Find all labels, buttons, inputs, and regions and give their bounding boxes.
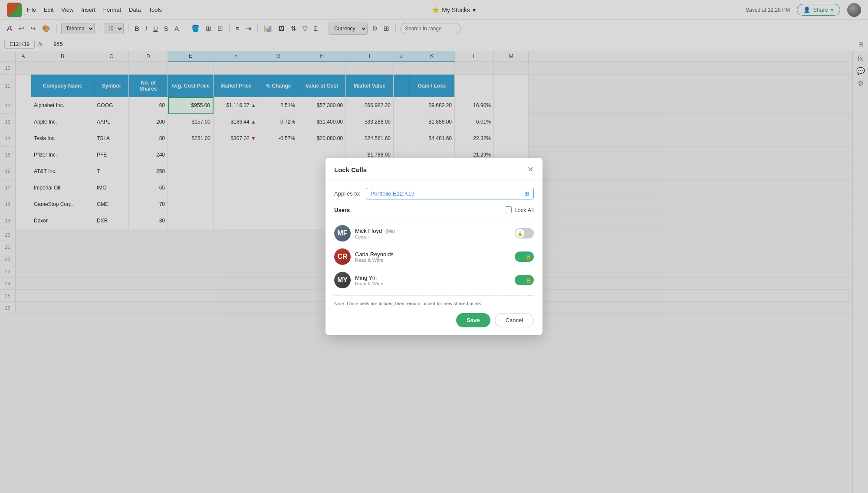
user-name-ming: Ming Yin <box>355 274 510 281</box>
user-avatar-mick: MF <box>334 225 351 242</box>
me-tag: (Me) <box>385 229 395 234</box>
lock-all-label: Lock All <box>514 207 534 213</box>
dialog-overlay: Lock Cells ✕ Applies to: Portfolio.E12:K… <box>0 0 868 493</box>
toggle-mick[interactable]: 🔒 <box>515 228 534 238</box>
user-row-mick: MF Mick Floyd (Me) Owner 🔒 <box>334 222 534 244</box>
toggle-knob-carla: 🔒 <box>524 252 533 261</box>
dialog-title: Lock Cells <box>334 166 367 173</box>
applies-to-label: Applies to: <box>334 190 361 197</box>
dialog-note: Note: Once cells are locked, they remain… <box>334 301 534 306</box>
dialog-close-button[interactable]: ✕ <box>527 165 534 174</box>
lock-all-checkbox[interactable] <box>505 206 512 213</box>
user-avatar-carla: CR <box>334 248 351 265</box>
user-info-mick: Mick Floyd (Me) Owner <box>355 228 510 239</box>
toggle-ming[interactable]: 🔒 <box>515 275 534 285</box>
user-row-carla: CR Carla Reynolds Read & Write 🔒 <box>334 246 534 268</box>
user-avatar-ming: MY <box>334 272 351 288</box>
grid-select-icon[interactable]: ⊞ <box>524 190 529 197</box>
applies-to-value: Portfolio.E12:K19 <box>371 190 414 197</box>
toggle-knob-ming: 🔒 <box>524 276 533 284</box>
user-name-carla: Carla Reynolds <box>355 251 510 258</box>
dialog-footer: Save Cancel <box>334 313 534 327</box>
user-info-carla: Carla Reynolds Read & Write <box>355 251 510 263</box>
user-name-mick: Mick Floyd (Me) <box>355 228 510 234</box>
lock-all-row: Lock All <box>505 206 534 213</box>
user-info-ming: Ming Yin Read & Write <box>355 274 510 286</box>
dialog-body: Applies to: Portfolio.E12:K19 ⊞ Users Lo… <box>326 180 542 335</box>
users-list: MF Mick Floyd (Me) Owner 🔒 <box>334 218 534 296</box>
save-button[interactable]: Save <box>456 313 490 327</box>
dialog-header: Lock Cells ✕ <box>326 158 542 180</box>
user-role-mick: Owner <box>355 234 510 239</box>
lock-cells-dialog: Lock Cells ✕ Applies to: Portfolio.E12:K… <box>326 158 542 335</box>
user-role-ming: Read & Write <box>355 281 510 286</box>
users-header: Users Lock All <box>334 206 534 213</box>
toggle-carla[interactable]: 🔒 <box>515 251 534 262</box>
user-role-carla: Read & Write <box>355 258 510 263</box>
users-label: Users <box>334 207 350 213</box>
applies-to-input[interactable]: Portfolio.E12:K19 ⊞ <box>366 188 534 199</box>
applies-to-row: Applies to: Portfolio.E12:K19 ⊞ <box>334 188 534 199</box>
toggle-knob-mick: 🔒 <box>516 229 524 238</box>
user-row-ming: MY Ming Yin Read & Write 🔒 <box>334 269 534 291</box>
cancel-button[interactable]: Cancel <box>495 313 534 327</box>
